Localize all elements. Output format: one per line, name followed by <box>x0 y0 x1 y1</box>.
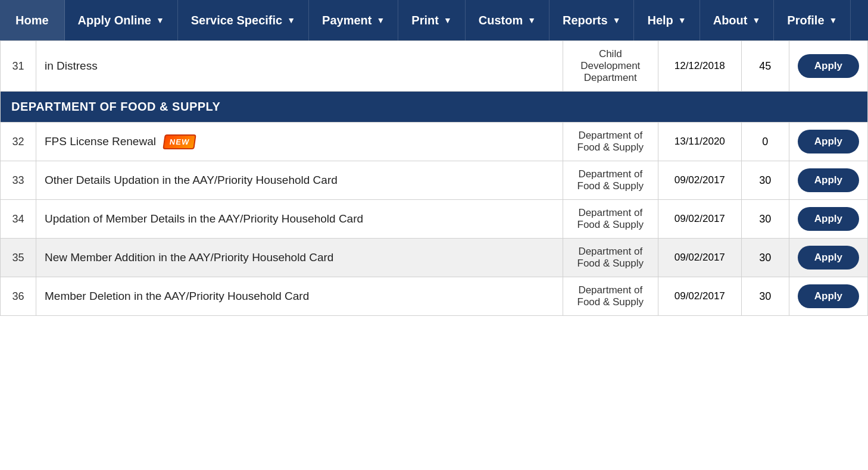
nav-home[interactable]: Home <box>0 0 65 40</box>
row-34-days: 30 <box>741 200 789 239</box>
navbar: Home Apply Online ▼ Service Specific ▼ P… <box>0 0 868 40</box>
nav-about[interactable]: About ▼ <box>700 0 775 40</box>
nav-service-specific-arrow: ▼ <box>287 15 295 25</box>
row-33-apply-cell: Apply <box>789 161 867 200</box>
nav-help-label: Help <box>647 14 673 27</box>
row-32-apply-button[interactable]: Apply <box>798 130 859 153</box>
nav-service-specific-label: Service Specific <box>191 14 282 27</box>
nav-profile[interactable]: Profile ▼ <box>774 0 851 40</box>
nav-payment-arrow: ▼ <box>376 15 385 25</box>
row-34-apply-cell: Apply <box>789 200 867 239</box>
nav-payment[interactable]: Payment ▼ <box>309 0 398 40</box>
row-36-dept: Department of Food & Supply <box>563 277 658 316</box>
row-34-dept: Department of Food & Supply <box>563 200 658 239</box>
row-36-days: 30 <box>741 277 789 316</box>
nav-profile-label: Profile <box>787 14 824 27</box>
nav-custom-label: Custom <box>479 14 523 27</box>
row-33-apply-button[interactable]: Apply <box>798 168 859 192</box>
row-33-date: 09/02/2017 <box>658 161 741 200</box>
nav-help-arrow: ▼ <box>678 15 686 25</box>
nav-apply-online[interactable]: Apply Online ▼ <box>65 0 178 40</box>
row-34-date: 09/02/2017 <box>658 200 741 239</box>
row-32-apply-cell: Apply <box>789 123 867 161</box>
row-31-apply-button[interactable]: Apply <box>798 54 859 78</box>
row-35-apply-button[interactable]: Apply <box>798 246 859 270</box>
row-32-num: 32 <box>1 123 36 161</box>
row-36-apply-button[interactable]: Apply <box>798 284 859 308</box>
row-36-apply-cell: Apply <box>789 277 867 316</box>
nav-reports[interactable]: Reports ▼ <box>549 0 634 40</box>
nav-reports-arrow: ▼ <box>613 15 621 25</box>
table-row: 34 Updation of Member Details in the AAY… <box>1 200 868 239</box>
row-35-date: 09/02/2017 <box>658 239 741 277</box>
table-row: 36 Member Deletion in the AAY/Priority H… <box>1 277 868 316</box>
nav-print-label: Print <box>411 14 439 27</box>
row-31-num: 31 <box>1 41 36 92</box>
table-row: 32 FPS License Renewal NEW Department of… <box>1 123 868 161</box>
nav-print-arrow: ▼ <box>444 15 452 25</box>
nav-home-label: Home <box>15 14 49 27</box>
dept-food-supply-title: DEPARTMENT OF FOOD & SUPPLY <box>1 92 868 123</box>
row-33-dept: Department of Food & Supply <box>563 161 658 200</box>
row-34-apply-button[interactable]: Apply <box>798 207 859 231</box>
table-row: 33 Other Details Updation in the AAY/Pri… <box>1 161 868 200</box>
row-31-service: in Distress <box>36 41 563 92</box>
nav-help[interactable]: Help ▼ <box>634 0 700 40</box>
row-36-date: 09/02/2017 <box>658 277 741 316</box>
row-31-apply-cell: Apply <box>789 41 867 92</box>
nav-reports-label: Reports <box>563 14 608 27</box>
row-33-days: 30 <box>741 161 789 200</box>
table-row: 35 New Member Addition in the AAY/Priori… <box>1 239 868 277</box>
services-table: 31 in Distress Child Development Departm… <box>0 40 868 316</box>
row-33-service: Other Details Updation in the AAY/Priori… <box>36 161 563 200</box>
row-34-num: 34 <box>1 200 36 239</box>
row-35-dept: Department of Food & Supply <box>563 239 658 277</box>
nav-service-specific[interactable]: Service Specific ▼ <box>178 0 309 40</box>
services-table-container: 31 in Distress Child Development Departm… <box>0 40 868 316</box>
row-31-dept: Child Development Department <box>563 41 658 92</box>
row-35-apply-cell: Apply <box>789 239 867 277</box>
nav-apply-online-arrow: ▼ <box>156 15 164 25</box>
row-32-date: 13/11/2020 <box>658 123 741 161</box>
table-row: 31 in Distress Child Development Departm… <box>1 41 868 92</box>
nav-profile-arrow: ▼ <box>829 15 838 25</box>
row-32-days: 0 <box>741 123 789 161</box>
nav-payment-label: Payment <box>322 14 371 27</box>
nav-apply-online-label: Apply Online <box>78 14 151 27</box>
nav-custom-arrow: ▼ <box>527 15 536 25</box>
row-36-num: 36 <box>1 277 36 316</box>
row-36-service: Member Deletion in the AAY/Priority Hous… <box>36 277 563 316</box>
new-badge: NEW <box>163 134 196 149</box>
row-31-days: 45 <box>741 41 789 92</box>
nav-about-arrow: ▼ <box>752 15 760 25</box>
nav-about-label: About <box>713 14 748 27</box>
row-35-days: 30 <box>741 239 789 277</box>
row-31-date: 12/12/2018 <box>658 41 741 92</box>
dept-food-supply-header: DEPARTMENT OF FOOD & SUPPLY <box>1 92 868 123</box>
row-32-dept: Department of Food & Supply <box>563 123 658 161</box>
row-35-num: 35 <box>1 239 36 277</box>
nav-print[interactable]: Print ▼ <box>398 0 465 40</box>
row-33-num: 33 <box>1 161 36 200</box>
row-35-service: New Member Addition in the AAY/Priority … <box>36 239 563 277</box>
row-34-service: Updation of Member Details in the AAY/Pr… <box>36 200 563 239</box>
row-32-service: FPS License Renewal NEW <box>36 123 563 161</box>
nav-custom[interactable]: Custom ▼ <box>466 0 549 40</box>
